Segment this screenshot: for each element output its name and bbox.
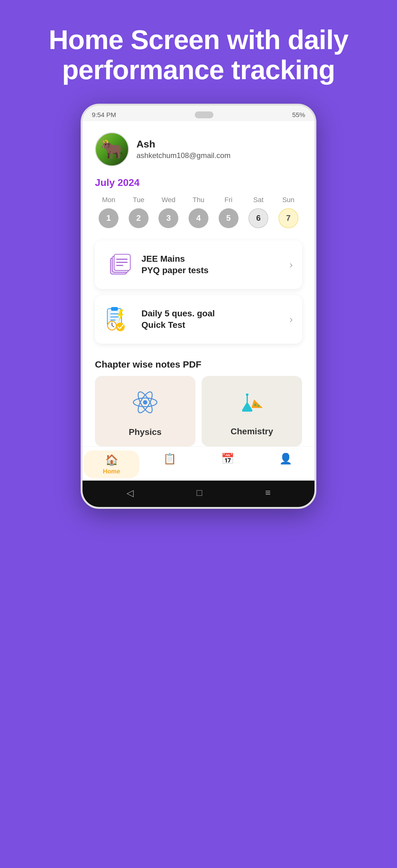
status-battery: 55% bbox=[292, 111, 305, 119]
chemistry-name: Chemistry bbox=[231, 427, 273, 436]
subject-grid: Physics bbox=[95, 376, 302, 446]
svg-rect-7 bbox=[111, 307, 118, 311]
flask-svg bbox=[238, 389, 266, 416]
android-nav: ◁ □ ≡ bbox=[82, 480, 315, 507]
status-right: 55% bbox=[292, 111, 305, 119]
svg-point-15 bbox=[116, 322, 125, 331]
day-label-thu: Thu bbox=[185, 194, 212, 206]
atom-svg bbox=[131, 389, 159, 416]
jee-card-arrow: › bbox=[289, 259, 293, 270]
nav-clipboard[interactable]: 📋 bbox=[140, 452, 199, 476]
status-time: 9:54 PM bbox=[92, 111, 116, 119]
bottom-nav: 🏠 Home 📋 📅 👤 bbox=[82, 446, 315, 480]
quick-test-card[interactable]: Daily 5 ques. goalQuick Test › bbox=[95, 295, 302, 344]
nav-home[interactable]: 🏠 Home bbox=[84, 451, 139, 478]
avatar: 🐂 bbox=[95, 132, 129, 166]
date-3[interactable]: 3 bbox=[159, 208, 178, 228]
physics-card[interactable]: Physics bbox=[95, 376, 195, 446]
nav-calendar[interactable]: 📅 bbox=[199, 452, 257, 476]
nav-profile[interactable]: 👤 bbox=[257, 452, 315, 476]
back-button[interactable]: ◁ bbox=[127, 487, 134, 498]
home-icon: 🏠 bbox=[105, 454, 118, 466]
user-info: Ash ashketchum108@gmail.com bbox=[136, 138, 230, 160]
calendar-section: July 2024 Mon Tue Wed Thu Fri Sat Sun 1 … bbox=[95, 174, 302, 235]
home-button[interactable]: □ bbox=[197, 487, 202, 498]
jee-mains-card[interactable]: JEE MainsPYQ paper tests › bbox=[95, 241, 302, 289]
home-label: Home bbox=[103, 468, 120, 475]
day-label-wed: Wed bbox=[155, 194, 183, 206]
chemistry-card[interactable]: Chemistry bbox=[202, 376, 302, 446]
chapter-section-title: Chapter wise notes PDF bbox=[95, 359, 302, 370]
day-label-fri: Fri bbox=[214, 194, 242, 206]
jee-card-text: JEE MainsPYQ paper tests bbox=[141, 253, 283, 276]
profile-icon: 👤 bbox=[279, 452, 292, 465]
date-7[interactable]: 7 bbox=[278, 208, 298, 228]
day-label-sun: Sun bbox=[274, 194, 302, 206]
calendar-grid: Mon Tue Wed Thu Fri Sat Sun 1 2 3 4 5 6 … bbox=[95, 194, 302, 228]
user-profile: 🐂 Ash ashketchum108@gmail.com bbox=[95, 127, 302, 174]
phone-frame: 9:54 PM 55% 🐂 Ash ashketchum108@gmail.co… bbox=[80, 104, 317, 509]
svg-point-21 bbox=[254, 404, 257, 406]
cards-section: JEE MainsPYQ paper tests › bbox=[95, 235, 302, 356]
chemistry-icon bbox=[238, 389, 266, 422]
day-label-sat: Sat bbox=[245, 194, 272, 206]
menu-button[interactable]: ≡ bbox=[265, 487, 271, 498]
date-5[interactable]: 5 bbox=[219, 208, 238, 228]
day-label-mon: Mon bbox=[95, 194, 123, 206]
physics-icon bbox=[131, 389, 159, 422]
date-4[interactable]: 4 bbox=[189, 208, 208, 228]
pyq-icon-svg bbox=[107, 252, 132, 277]
status-bar: 9:54 PM 55% bbox=[82, 105, 315, 121]
calendar-icon: 📅 bbox=[221, 452, 234, 465]
hero-title: Home Screen with daily performance track… bbox=[0, 0, 397, 104]
quick-test-icon bbox=[104, 304, 135, 335]
clipboard-icon: 📋 bbox=[163, 452, 176, 465]
user-name: Ash bbox=[136, 138, 230, 150]
chapter-section: Chapter wise notes PDF Physics bbox=[95, 356, 302, 446]
physics-name: Physics bbox=[129, 427, 162, 437]
svg-point-22 bbox=[258, 405, 259, 407]
month-year: July 2024 bbox=[95, 177, 302, 188]
date-1[interactable]: 1 bbox=[99, 208, 119, 228]
quick-test-text: Daily 5 ques. goalQuick Test bbox=[141, 308, 283, 331]
date-2[interactable]: 2 bbox=[129, 208, 148, 228]
quick-test-title: Daily 5 ques. goalQuick Test bbox=[141, 308, 283, 331]
status-notch bbox=[195, 112, 213, 118]
jee-card-title: JEE MainsPYQ paper tests bbox=[141, 253, 283, 276]
svg-rect-20 bbox=[246, 394, 249, 396]
date-6[interactable]: 6 bbox=[249, 208, 268, 228]
svg-point-19 bbox=[143, 400, 147, 404]
quick-test-arrow: › bbox=[289, 314, 293, 325]
user-email: ashketchum108@gmail.com bbox=[136, 151, 230, 160]
app-content: 🐂 Ash ashketchum108@gmail.com July 2024 … bbox=[82, 121, 315, 446]
jee-card-icon bbox=[104, 249, 135, 280]
quick-test-svg bbox=[104, 307, 135, 332]
day-label-tue: Tue bbox=[125, 194, 153, 206]
